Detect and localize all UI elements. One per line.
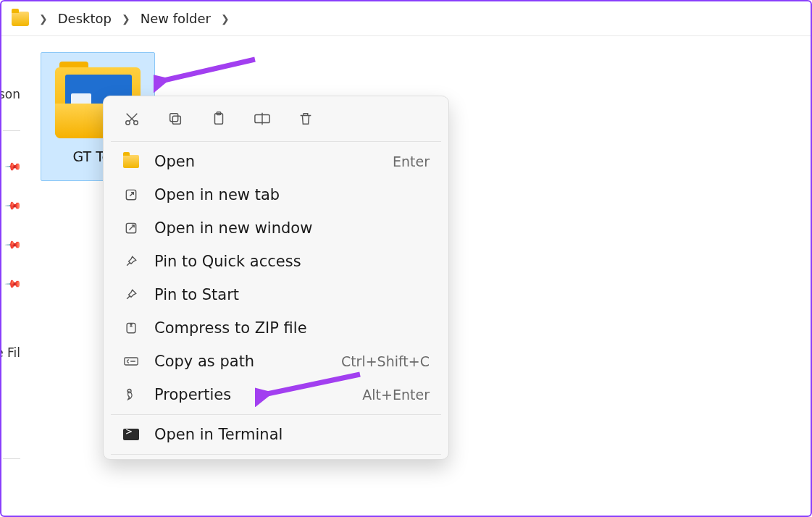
divider [3, 458, 20, 459]
menu-item-compress-zip[interactable]: Compress to ZIP file [104, 311, 448, 345]
menu-label: Properties [154, 386, 348, 403]
breadcrumb: ❯ Desktop ❯ New folder ❯ [1, 1, 811, 36]
menu-label: Pin to Start [154, 286, 430, 303]
copy-path-icon [122, 353, 140, 370]
context-menu-toolbar [104, 102, 448, 138]
divider [111, 141, 441, 142]
open-tab-icon [122, 186, 140, 203]
open-window-icon [122, 219, 140, 237]
breadcrumb-item[interactable]: New folder [141, 11, 211, 26]
menu-label: Compress to ZIP file [154, 319, 430, 337]
sidebar-label: e Fil [0, 345, 20, 360]
menu-item-properties[interactable]: Properties Alt+Enter [104, 378, 448, 411]
pin-icon [122, 253, 140, 270]
svg-point-1 [134, 121, 138, 125]
menu-item-open-new-window[interactable]: Open in new window [104, 211, 448, 245]
svg-rect-2 [172, 116, 180, 124]
folder-icon [12, 12, 29, 26]
divider [3, 130, 20, 131]
context-menu: Open Enter Open in new tab Open in new w… [103, 96, 449, 460]
sidebar-fragment: son 📌 📌 📌 📌 e Fil [1, 36, 25, 516]
copy-icon[interactable] [166, 109, 185, 128]
menu-item-open-terminal[interactable]: Open in Terminal [104, 418, 448, 451]
menu-label: Open in Terminal [154, 426, 430, 443]
breadcrumb-item[interactable]: Desktop [58, 11, 112, 26]
delete-icon[interactable] [296, 109, 315, 128]
menu-label: Open in new window [154, 219, 430, 237]
pin-icon: 📌 [4, 196, 22, 215]
pin-icon: 📌 [4, 274, 22, 293]
menu-item-pin-quick-access[interactable]: Pin to Quick access [104, 245, 448, 278]
menu-label: Pin to Quick access [154, 253, 430, 270]
menu-item-copy-as-path[interactable]: Copy as path Ctrl+Shift+C [104, 345, 448, 378]
terminal-icon [122, 426, 140, 443]
paste-icon[interactable] [209, 109, 228, 128]
menu-item-open-new-tab[interactable]: Open in new tab [104, 178, 448, 211]
pin-icon: 📌 [4, 157, 22, 176]
cut-icon[interactable] [122, 109, 141, 128]
menu-label: Open [154, 153, 378, 170]
menu-shortcut: Enter [393, 154, 430, 169]
folder-icon [122, 153, 140, 170]
divider [111, 414, 441, 415]
pin-icon [122, 286, 140, 303]
chevron-right-icon: ❯ [122, 13, 130, 25]
menu-item-pin-start[interactable]: Pin to Start [104, 278, 448, 311]
rename-icon[interactable] [253, 109, 272, 128]
sidebar-label: son [0, 87, 20, 101]
chevron-right-icon: ❯ [39, 13, 48, 25]
zip-icon [122, 319, 140, 337]
menu-label: Copy as path [154, 353, 327, 370]
chevron-right-icon: ❯ [221, 13, 230, 25]
pin-icon: 📌 [4, 235, 22, 254]
menu-item-open[interactable]: Open Enter [104, 145, 448, 178]
menu-shortcut: Ctrl+Shift+C [341, 353, 430, 369]
svg-rect-3 [170, 114, 178, 122]
svg-point-0 [126, 121, 130, 125]
menu-label: Open in new tab [154, 186, 430, 203]
divider [111, 454, 441, 455]
properties-icon [122, 386, 140, 403]
menu-shortcut: Alt+Enter [362, 387, 430, 403]
